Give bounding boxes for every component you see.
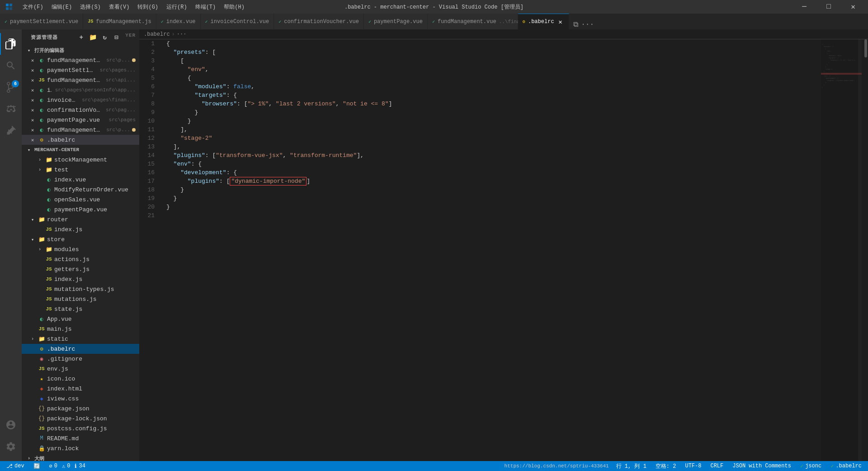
open-file-babelrc[interactable]: ✕ ⚙ .babelrc (22, 135, 139, 145)
minimize-button[interactable]: ─ (794, 0, 815, 14)
info-count: 34 (79, 463, 85, 469)
file-name: mutations.js (54, 296, 136, 303)
tab-index-vue[interactable]: ✓ index.vue (156, 14, 201, 29)
tab-fundManagement-vue[interactable]: ✓ fundManagement.vue ..\financeManagemen… (428, 14, 518, 29)
open-file-fundManagement-vue2[interactable]: ✕ ◐ fundManagement.vue src\p... (22, 125, 139, 135)
file-env-js[interactable]: JS env.js (22, 364, 139, 374)
folder-stockManagement[interactable]: › 📁 stockManagement (22, 155, 139, 165)
scrollbar-thumb[interactable] (864, 39, 867, 57)
minimap-scrollbar[interactable] (858, 39, 862, 461)
maximize-button[interactable]: □ (818, 0, 839, 14)
tab-paymentSettlement[interactable]: ✓ paymentSettlement.vue (0, 14, 83, 29)
tab-vue-icon: ✓ (205, 19, 208, 24)
open-file-fundManagement-js[interactable]: ✕ JS fundManagement.js src\api... (22, 75, 139, 85)
file-main-js[interactable]: JS main.js (22, 324, 139, 334)
file-paymentPage-vue[interactable]: ◐ paymentPage.vue (22, 205, 139, 214)
tab-fundManagement-js[interactable]: JS fundManagement.js (83, 14, 156, 29)
status-eslint[interactable]: ✓ .babelrc (829, 463, 863, 470)
menu-edit[interactable]: 编辑(E) (48, 2, 76, 12)
file-name: postcss.config.js (47, 425, 136, 432)
file-getters[interactable]: JS getters.js (22, 264, 139, 274)
open-file-paymentPage[interactable]: ✕ ◐ paymentPage.vue src\pages (22, 115, 139, 125)
file-index-vue[interactable]: ◐ index.vue (22, 175, 139, 185)
folder-test[interactable]: › 📁 test (22, 165, 139, 175)
file-gitignore[interactable]: ◉ .gitignore (22, 354, 139, 364)
open-file-paymentSettlement[interactable]: ✕ ◐ paymentSettlement.vue src\pages... (22, 65, 139, 75)
open-file-index-vue[interactable]: ✕ ◐ index.vue src\pages\personInfo\app..… (22, 85, 139, 95)
status-spaces[interactable]: 空格: 2 (654, 462, 678, 470)
status-branch[interactable]: ⎇ dev (5, 463, 26, 470)
file-icon-ico[interactable]: ★ icon.ico (22, 374, 139, 384)
file-router-index[interactable]: JS index.js (22, 224, 139, 234)
merchant-center-label[interactable]: ▾ MERCHANT-CENTER (22, 145, 139, 155)
file-iview-css[interactable]: ◈ iview.css (22, 394, 139, 404)
menu-file[interactable]: 文件(F) (19, 2, 47, 12)
menu-view[interactable]: 查看(V) (105, 2, 133, 12)
folder-router[interactable]: ▾ 📁 router (22, 214, 139, 224)
open-editors-label[interactable]: ▾ 打开的编辑器 (22, 45, 139, 55)
folder-static[interactable]: › 📁 static (22, 334, 139, 344)
status-position[interactable]: 行 1, 列 1 (614, 462, 648, 470)
new-file-button[interactable]: + (76, 33, 86, 43)
file-babelrc-tree[interactable]: ⚙ .babelrc (22, 344, 139, 354)
file-package-json[interactable]: {} package.json (22, 404, 139, 414)
language-text: JSON with Comments (732, 463, 791, 469)
close-button[interactable]: ✕ (843, 0, 863, 14)
tab-close-button[interactable]: ✕ (557, 18, 564, 25)
file-mutations[interactable]: JS mutations.js (22, 294, 139, 304)
activity-explorer[interactable] (0, 33, 22, 55)
activity-account[interactable] (0, 414, 22, 436)
folder-modules[interactable]: › 📁 modules (22, 244, 139, 254)
status-problems[interactable]: ⊘ 0 ⚠ 0 ℹ 34 (47, 463, 87, 470)
file-ModifyReturnOrder[interactable]: ◐ ModifyReturnOrder.vue (22, 185, 139, 195)
js-file-icon: JS (45, 266, 52, 272)
file-App-vue[interactable]: ◐ App.vue (22, 314, 139, 324)
menu-terminal[interactable]: 终端(T) (192, 2, 220, 12)
open-file-invoiceControl[interactable]: ✕ ◐ invoiceControl.vue src\pages\finan..… (22, 95, 139, 105)
activity-search[interactable] (0, 55, 22, 76)
activity-debug[interactable] (0, 98, 22, 120)
new-folder-button[interactable]: 📁 (88, 33, 98, 43)
status-language[interactable]: JSON with Comments (731, 463, 793, 469)
activity-extensions[interactable] (0, 120, 22, 142)
status-lineending[interactable]: CRLF (708, 463, 725, 469)
file-store-index[interactable]: JS index.js (22, 274, 139, 284)
collapse-button[interactable]: ⊟ (112, 33, 122, 43)
activity-settings[interactable] (0, 436, 22, 457)
status-sync[interactable]: 🔄 (32, 463, 42, 470)
file-state[interactable]: JS state.js (22, 304, 139, 314)
activity-source-control[interactable]: 6 (0, 76, 22, 98)
code-content[interactable]: { "presets": [ [ "env", { "mo (162, 39, 821, 461)
editor-scrollbar[interactable] (862, 39, 868, 461)
tab-split-button[interactable]: ⧉ (571, 19, 581, 29)
folder-store[interactable]: ▾ 📁 store (22, 234, 139, 244)
close-icon: ✕ (29, 87, 36, 93)
menu-select[interactable]: 选择(S) (76, 2, 104, 12)
file-actions[interactable]: JS actions.js (22, 254, 139, 264)
sidebar-more[interactable]: yer (125, 33, 136, 43)
file-index-html[interactable]: ◈ index.html (22, 384, 139, 394)
js-file-icon: JS (45, 286, 52, 292)
status-encoding[interactable]: UTF-8 (683, 463, 703, 469)
tab-babelrc[interactable]: ⚙ .babelrc ✕ (518, 14, 569, 29)
tab-label: paymentSettlement.vue (10, 19, 78, 25)
open-file-confirmationVoucher[interactable]: ✕ ◐ confirmationVoucher.vue src\pag... (22, 105, 139, 115)
file-mutation-types[interactable]: JS mutation-types.js (22, 284, 139, 294)
file-openSales[interactable]: ◐ openSales.vue (22, 195, 139, 205)
tab-invoiceControl[interactable]: ✓ invoiceControl.vue (201, 14, 274, 29)
open-file-fundManagement[interactable]: ✕ ◐ fundManagement.vue src\p... (22, 55, 139, 65)
menu-run[interactable]: 运行(R) (163, 2, 191, 12)
tab-confirmationVoucher[interactable]: ✓ confirmationVoucher.vue (274, 14, 364, 29)
menu-goto[interactable]: 转到(G) (134, 2, 162, 12)
menu-help[interactable]: 帮助(H) (220, 2, 248, 12)
refresh-button[interactable]: ↻ (100, 33, 110, 43)
file-postcss-config[interactable]: JS postcss.config.js (22, 423, 139, 433)
tab-paymentPage[interactable]: ✓ paymentPage.vue (364, 14, 428, 29)
status-prettier[interactable]: ✓ jsonc (798, 463, 823, 470)
line-num-1: 1 (139, 39, 158, 48)
tab-more-button[interactable]: ··· (583, 19, 593, 29)
file-yarn-lock[interactable]: 🔒 yarn.lock (22, 443, 139, 453)
file-package-lock[interactable]: {} package-lock.json (22, 414, 139, 423)
file-readme[interactable]: M README.md (22, 433, 139, 443)
outline-label[interactable]: › 大纲 (22, 453, 139, 461)
